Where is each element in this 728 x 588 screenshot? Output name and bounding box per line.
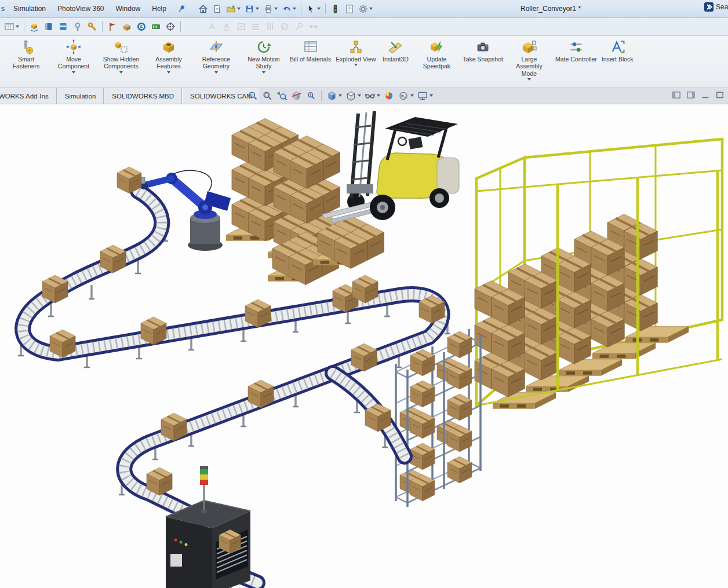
dimension-button[interactable] — [307, 20, 321, 34]
new-document-button[interactable] — [210, 2, 224, 16]
magnified-selection-button[interactable] — [304, 89, 318, 102]
ribbon-label: Take Snapshot — [463, 56, 503, 63]
file-properties-button[interactable] — [343, 2, 356, 16]
ribbon-button-smart-fasteners[interactable]: Smart Fasteners — [2, 38, 50, 71]
menu-item-window[interactable]: Window — [110, 0, 147, 17]
dropdown-caret — [274, 8, 278, 10]
cardboard-boxes[interactable] — [42, 245, 445, 495]
horizontal-lines-button[interactable] — [249, 20, 263, 34]
dropdown-caret — [167, 71, 170, 74]
menu-item-cut[interactable]: s — [0, 0, 8, 17]
pin-menu-button[interactable] — [177, 4, 186, 13]
ribbon-button-new-motion-study[interactable]: New Motion Study — [240, 38, 287, 75]
search-box[interactable]: Sea — [704, 2, 728, 12]
tab-simulation[interactable]: Simulation — [57, 88, 104, 104]
save-button[interactable] — [243, 2, 261, 16]
ribbon-button-move-component[interactable]: Move Component — [50, 38, 97, 75]
ribbon-button-update-speedpak[interactable]: Update Speedpak — [413, 38, 460, 71]
document-title: Roller_Conveyor1 * — [520, 0, 581, 17]
open-document-button[interactable] — [224, 2, 242, 16]
align-text-button[interactable] — [205, 20, 219, 34]
horizontal-lines-icon — [250, 21, 261, 32]
menu-item-photoview[interactable]: PhotoView 360 — [52, 0, 110, 17]
new-document-icon — [212, 4, 222, 14]
instant3d-target-button[interactable] — [163, 20, 177, 34]
robot-arm[interactable] — [117, 167, 231, 251]
ribbon-button-reference-geometry[interactable]: Reference Geometry — [192, 38, 240, 75]
options-button[interactable] — [356, 2, 374, 16]
file-properties-icon — [344, 4, 354, 14]
ribbon-label: Large Assembly Mode — [508, 56, 551, 77]
align-text-under-button[interactable] — [220, 20, 234, 34]
tab-solidworks-mbd[interactable]: SOLIDWORKS MBD — [104, 88, 182, 104]
pane-left-icon[interactable] — [672, 90, 681, 100]
packaging-machine[interactable] — [166, 466, 250, 588]
design-library-icon — [43, 21, 54, 32]
ribbon-label: Reference Geometry — [195, 56, 238, 70]
edrawings-button[interactable] — [134, 20, 148, 34]
graphics-viewport[interactable] — [0, 104, 728, 588]
design-table-icon — [4, 21, 14, 32]
apply-scene-button[interactable] — [397, 89, 415, 102]
ribbon-label: Show Hidden Components — [100, 56, 143, 70]
zoom-to-fit-icon — [247, 90, 259, 101]
undo-button[interactable] — [280, 2, 298, 16]
design-library-blue-button[interactable] — [56, 20, 70, 34]
dropdown-caret — [214, 71, 218, 74]
design-table-button[interactable] — [2, 20, 21, 34]
packaging-button[interactable] — [120, 20, 134, 34]
update-speedpak-icon — [429, 39, 444, 54]
home-button[interactable] — [196, 2, 210, 16]
no-note-button[interactable] — [278, 20, 292, 34]
3d-drawing-view-button[interactable] — [27, 20, 41, 34]
dropdown-caret — [262, 71, 265, 74]
edit-appearance-button[interactable] — [383, 89, 396, 102]
tab-solidworks-add-ins[interactable]: WORKS Add-Ins — [0, 88, 57, 104]
hide-show-items-button[interactable] — [363, 89, 381, 102]
ribbon-button-exploded-view[interactable]: Exploded View — [333, 38, 378, 67]
ribbon-button-take-snapshot[interactable]: Take Snapshot — [460, 38, 505, 64]
rebuild-button[interactable] — [329, 2, 342, 16]
design-library-button[interactable] — [42, 20, 56, 34]
view-settings-button[interactable] — [416, 89, 434, 102]
dropdown-caret — [377, 94, 380, 97]
ribbon-button-bill-of-materials[interactable]: Bill of Materials — [287, 38, 333, 64]
dropdown-caret — [72, 71, 75, 74]
bounding-box-button[interactable] — [234, 20, 248, 34]
display-style-button[interactable] — [344, 89, 362, 102]
ribbon-button-assembly-features[interactable]: Assembly Features — [145, 38, 192, 75]
zoom-to-area-button[interactable] — [261, 89, 274, 102]
menu-item-simulation[interactable]: Simulation — [8, 0, 52, 17]
print-button[interactable] — [261, 2, 279, 16]
step-export-button[interactable] — [149, 20, 163, 34]
select-button[interactable] — [304, 2, 322, 16]
viewport-3d-scene[interactable] — [0, 104, 728, 588]
expand-icon[interactable] — [715, 90, 725, 100]
ribbon-button-mate-controller[interactable]: Mate Controller — [553, 38, 599, 64]
costing-button[interactable] — [105, 20, 119, 34]
ribbon-button-instant3d[interactable]: Instant3D — [378, 38, 413, 64]
show-hidden-components-icon — [114, 39, 129, 54]
toolbox-button[interactable] — [85, 20, 99, 34]
zoom-to-fit-button[interactable] — [246, 89, 260, 102]
ribbon-button-large-assembly-mode[interactable]: Large Assembly Mode — [505, 38, 553, 82]
hole-wizard-button[interactable] — [71, 20, 85, 34]
forklift[interactable] — [322, 111, 459, 223]
previous-view-button[interactable] — [275, 89, 289, 102]
menu-item-help[interactable]: Help — [146, 0, 172, 17]
view-settings-icon — [417, 90, 428, 101]
edit-appearance-icon — [384, 90, 395, 101]
menu-bar: s Simulation PhotoView 360 Window Help R… — [0, 0, 728, 18]
pane-right-icon[interactable] — [686, 90, 696, 100]
warehouse-pallet-block[interactable] — [475, 214, 689, 409]
vertical-lines-button[interactable] — [263, 20, 277, 34]
section-view-button[interactable] — [290, 89, 303, 102]
balloon-button[interactable] — [292, 20, 306, 34]
storage-racks[interactable] — [396, 329, 481, 507]
options-gear-icon — [358, 4, 368, 14]
print-icon — [263, 4, 273, 14]
minimize-icon[interactable] — [701, 90, 710, 100]
ribbon-button-show-hidden-components[interactable]: Show Hidden Components — [97, 38, 145, 75]
view-orientation-button[interactable] — [325, 89, 343, 102]
ribbon-button-insert-block[interactable]: Insert Block — [599, 38, 636, 64]
